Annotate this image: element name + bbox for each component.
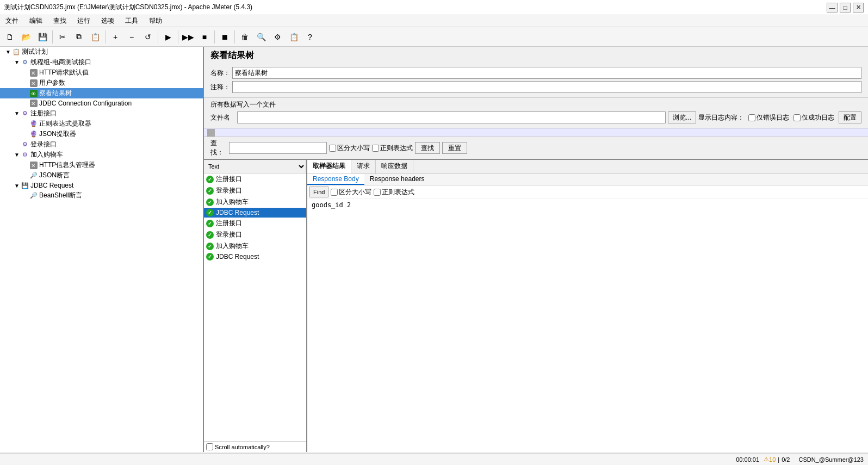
svg-text:✕: ✕ (31, 80, 35, 86)
tree-icon-test-plan: 📋 (12, 48, 21, 57)
toolbar-test-script-button[interactable]: 📋 (286, 29, 301, 45)
result-item-5[interactable]: 登录接口 (204, 229, 306, 240)
tree-expand-test-plan[interactable]: ▼ (4, 49, 12, 55)
tree-node-json-extractor[interactable]: 🔮JSON提取器 (0, 129, 203, 139)
toolbar-shutdown-button[interactable]: ⏹ (217, 29, 232, 45)
menu-item-工具[interactable]: 工具 (122, 16, 141, 26)
tree-expand-jdbc-request[interactable]: ▼ (13, 183, 21, 189)
comment-input[interactable] (232, 81, 861, 93)
tree-expand-register-ctrl[interactable]: ▼ (13, 110, 21, 116)
close-button[interactable]: ✕ (853, 3, 864, 13)
tree-node-jdbc-request[interactable]: ▼💾JDBC Request (0, 181, 203, 190)
toolbar-reset-button[interactable]: ↺ (140, 29, 156, 45)
tree-icon-register-ctrl: ⚙ (21, 109, 29, 118)
result-type-select[interactable]: Text (204, 160, 306, 173)
toolbar-function-helper-button[interactable]: ⚙ (270, 29, 285, 45)
log-content-label: 显示日志内容： (698, 113, 744, 122)
svg-text:✕: ✕ (31, 70, 35, 76)
tree-node-jdbc-config[interactable]: ✕JDBC Connection Configuration (0, 98, 203, 108)
detail-regex-checkbox[interactable] (374, 189, 381, 196)
success-checkbox-label: 仅成功日志 (793, 113, 834, 122)
detail-case-checkbox[interactable] (331, 189, 338, 196)
toolbar-add-button[interactable]: + (108, 29, 123, 45)
tree-label-beanshell-assert: BeanShell断言 (39, 191, 82, 200)
toolbar-paste-button[interactable]: 📋 (88, 29, 103, 45)
result-item-1[interactable]: 登录接口 (204, 185, 306, 196)
find-button[interactable]: 查找 (415, 142, 440, 154)
regex-checkbox-label: 正则表达式 (372, 144, 413, 153)
tree-node-beanshell-assert[interactable]: 🔎BeanShell断言 (0, 190, 203, 201)
errors-checkbox[interactable] (748, 114, 755, 121)
tree-node-register-ctrl[interactable]: ▼⚙注册接口 (0, 108, 203, 119)
success-checkbox[interactable] (793, 114, 801, 121)
tree-node-cart-ctrl[interactable]: ▼⚙加入购物车 (0, 150, 203, 160)
tree-node-thread-group[interactable]: ▼⚙线程组-电商测试接口 (0, 57, 203, 67)
detail-toolbar: Find 区分大小写 正则表达式 (307, 185, 868, 199)
tree-node-regex-extractor[interactable]: 🔮正则表达式提取器 (0, 119, 203, 129)
menu-item-选项[interactable]: 选项 (98, 16, 117, 26)
toolbar-copy-button[interactable]: ⧉ (71, 29, 86, 45)
menu-item-帮助[interactable]: 帮助 (146, 16, 165, 26)
scroll-auto-checkbox[interactable] (206, 443, 213, 450)
scroll-check: Scroll automatically? (204, 441, 306, 452)
result-item-3[interactable]: JDBC Request (204, 208, 306, 218)
tree-icon-regex-extractor: 🔮 (29, 120, 38, 128)
detail-subtab-Response-headers[interactable]: Response headers (364, 174, 430, 185)
name-input[interactable] (232, 67, 861, 79)
toolbar-start-button[interactable]: ▶ (160, 29, 176, 45)
case-sensitive-checkbox[interactable] (329, 145, 336, 152)
toolbar-new-button[interactable]: 🗋 (2, 29, 17, 45)
detail-tab-请求[interactable]: 请求 (351, 160, 376, 173)
drag-handle[interactable] (207, 129, 215, 137)
result-item-4[interactable]: 注册接口 (204, 218, 306, 229)
tree-label-http-defaults: HTTP请求默认值 (39, 68, 89, 77)
toolbar-start-no-pause-button[interactable]: ▶▶ (181, 29, 196, 45)
detail-tab-响应数据[interactable]: 响应数据 (376, 160, 413, 173)
menu-item-查找[interactable]: 查找 (50, 16, 70, 26)
toolbar-stop-button[interactable]: ■ (197, 29, 212, 45)
tree-node-view-results[interactable]: 👁察看结果树 (0, 88, 203, 98)
result-label-3: JDBC Request (216, 209, 259, 216)
tree-icon-http-defaults: ✕ (29, 69, 38, 77)
toolbar-cut-button[interactable]: ✂ (55, 29, 70, 45)
result-item-6[interactable]: 加入购物车 (204, 240, 306, 252)
tree-label-register-ctrl: 注册接口 (30, 109, 57, 118)
detail-find-button[interactable]: Find (309, 187, 328, 197)
result-item-2[interactable]: 加入购物车 (204, 196, 306, 208)
tree-node-login-ctrl[interactable]: ⚙登录接口 (0, 139, 203, 150)
toolbar-browse-button[interactable]: 🔍 (253, 29, 269, 45)
tree-label-view-results: 察看结果树 (39, 89, 72, 98)
menu-item-运行[interactable]: 运行 (74, 16, 94, 26)
menu-item-文件[interactable]: 文件 (2, 16, 22, 26)
tree-node-user-params[interactable]: ✕用户参数 (0, 78, 203, 88)
minimize-button[interactable]: — (827, 3, 838, 13)
tree-node-json-assert[interactable]: 🔎JSON断言 (0, 170, 203, 181)
reset-button[interactable]: 重置 (442, 142, 467, 154)
resize-handle[interactable] (204, 128, 868, 137)
svg-text:👁: 👁 (31, 91, 36, 97)
name-label: 名称： (210, 69, 232, 78)
toolbar-open-button[interactable]: 📂 (18, 29, 34, 45)
maximize-button[interactable]: □ (840, 3, 851, 13)
result-item-0[interactable]: 注册接口 (204, 173, 306, 185)
search-input[interactable] (229, 142, 327, 154)
toolbar-save-button[interactable]: 💾 (35, 29, 50, 45)
main-layout: ▼📋测试计划▼⚙线程组-电商测试接口✕HTTP请求默认值✕用户参数👁察看结果树✕… (0, 47, 868, 452)
toolbar-help-button[interactable]: ? (302, 29, 318, 45)
browse-button[interactable]: 浏览... (668, 111, 696, 123)
config-button[interactable]: 配置 (839, 111, 861, 123)
tree-node-http-header[interactable]: ✕HTTP信息头管理器 (0, 160, 203, 170)
tree-node-test-plan[interactable]: ▼📋测试计划 (0, 47, 203, 57)
result-status-icon-4 (206, 220, 214, 227)
tree-expand-thread-group[interactable]: ▼ (13, 59, 21, 65)
toolbar-remove-button[interactable]: − (124, 29, 139, 45)
toolbar-clear-all-button[interactable]: 🗑 (237, 29, 252, 45)
filename-input[interactable] (237, 111, 666, 123)
tree-node-http-defaults[interactable]: ✕HTTP请求默认值 (0, 67, 203, 78)
detail-subtab-Response-Body[interactable]: Response Body (307, 174, 364, 185)
regex-checkbox[interactable] (372, 145, 379, 152)
result-item-7[interactable]: JDBC Request (204, 252, 306, 262)
detail-tab-取样器结果[interactable]: 取样器结果 (307, 160, 351, 173)
menu-item-编辑[interactable]: 编辑 (26, 16, 46, 26)
tree-expand-cart-ctrl[interactable]: ▼ (13, 152, 21, 158)
